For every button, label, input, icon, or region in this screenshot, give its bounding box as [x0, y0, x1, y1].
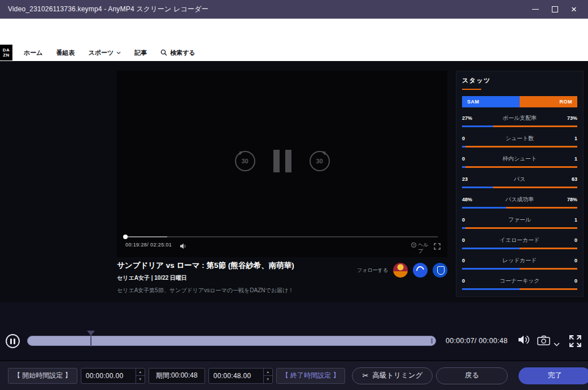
dazn-progress-played — [125, 236, 167, 237]
dazn-player-center-controls: 30 30 — [117, 150, 447, 172]
dazn-logo-line1: DA — [3, 47, 10, 53]
end-time-input[interactable] — [209, 369, 263, 383]
minimize-icon — [532, 9, 539, 10]
speaker-icon — [517, 335, 530, 345]
dazn-nav-schedule: 番組表 — [56, 49, 75, 57]
set-end-time-button[interactable]: 【 終了時間設定 】 — [276, 368, 346, 384]
stat-bar — [462, 187, 577, 188]
camera-icon — [537, 335, 550, 345]
stat-away-value: 78% — [534, 197, 577, 202]
fullscreen-button[interactable] — [568, 334, 582, 350]
stats-rows: 27%ボール支配率73%0シュート数10枠内シュート123パス6348%パス成功… — [462, 109, 577, 292]
stat-label: ボール支配率 — [503, 114, 537, 122]
start-time-input-group: ▲ ▼ — [81, 368, 145, 384]
help-label: ヘルプ — [418, 242, 429, 255]
dazn-logo-line2: ZN — [3, 53, 10, 58]
stat-home-value: 23 — [462, 176, 514, 182]
stat-label: シュート数 — [506, 135, 534, 142]
help-icon: ? — [411, 242, 416, 248]
search-icon — [160, 49, 167, 56]
stat-home-value: 0 — [462, 258, 502, 263]
maximize-icon — [552, 6, 558, 12]
stats-underline — [462, 89, 481, 90]
stat-home-value: 0 — [462, 217, 508, 223]
dazn-nav: ホーム 番組表 スポーツ 記事 検索する — [24, 44, 195, 61]
advanced-trim-button[interactable]: ✂ 高級トリミング — [352, 367, 433, 384]
stat-label: 枠内シュート — [503, 155, 537, 163]
stat-bar — [462, 248, 577, 249]
advanced-trim-label: 高級トリミング — [372, 371, 423, 380]
snapshot-button[interactable] — [537, 335, 550, 347]
stat-bar — [462, 227, 577, 229]
pause-icon — [273, 150, 291, 172]
stat-label: イエローカード — [499, 236, 539, 244]
volume-icon — [180, 241, 187, 252]
scissors-icon: ✂ — [362, 372, 368, 379]
stats-panel: スタッツ SAM ROM 27%ボール支配率73%0シュート数10枠内シュート1… — [456, 71, 583, 297]
stat-row: 0コーナーキック0 — [462, 272, 577, 292]
end-time-step-up[interactable]: ▲ — [264, 369, 272, 376]
stat-row: 0枠内シュート1 — [462, 150, 577, 170]
dazn-nav-sports-label: スポーツ — [89, 49, 114, 57]
start-time-step-down[interactable]: ▼ — [136, 376, 145, 383]
stat-away-value: 0 — [540, 278, 577, 284]
home-team-label: SAM — [467, 99, 480, 105]
stat-row: 48%パス成功率78% — [462, 190, 577, 211]
maximize-button[interactable] — [545, 0, 564, 19]
stat-label: レッドカード — [502, 257, 537, 265]
pause-button[interactable] — [6, 334, 20, 348]
time-display: 00:00:07/ 00:00:48 — [446, 337, 508, 345]
dazn-main: 30 30 00:19:28/ 02:25:01 — [117, 71, 447, 309]
close-icon: × — [571, 5, 577, 14]
close-button[interactable]: × — [564, 0, 583, 19]
dazn-time-display: 00:19:28/ 02:25:01 — [125, 242, 172, 248]
dazn-body: 30 30 00:19:28/ 02:25:01 — [0, 61, 588, 302]
stat-away-value: 0 — [537, 258, 577, 263]
dazn-nav-search-label: 検索する — [170, 49, 195, 57]
snapshot-options-button[interactable] — [554, 340, 560, 348]
stat-row: 0イエローカード0 — [462, 231, 577, 252]
stat-label: パス — [514, 175, 525, 183]
stat-bar — [462, 207, 577, 209]
chevron-down-icon — [554, 343, 560, 346]
trim-toolbar: 【 開始時間設定 】 ▲ ▼ 期間:00:00:48 ▲ ▼ 【 終了時間設定 … — [0, 360, 588, 390]
back-button[interactable]: 戻る — [436, 367, 508, 384]
start-time-step-up[interactable]: ▲ — [136, 369, 145, 376]
away-team-label: ROM — [560, 99, 573, 105]
set-start-time-button[interactable]: 【 開始時間設定 】 — [8, 368, 77, 384]
duration-label: 期間:00:00:48 — [149, 368, 205, 384]
dazn-fullscreen-icon — [434, 242, 441, 252]
start-time-stepper: ▲ ▼ — [136, 369, 145, 383]
stat-home-value: 0 — [462, 278, 499, 284]
titlebar: Video_231026113736.keymp4 - AnyMP4 スクリーン… — [0, 0, 588, 19]
skip-forward-label: 30 — [316, 158, 323, 164]
playback-controls: 00:00:07/ 00:00:48 — [0, 302, 588, 360]
seekbar[interactable] — [27, 336, 436, 346]
skip-back-30-icon: 30 — [235, 151, 255, 171]
dazn-progress-bar — [125, 236, 438, 237]
stat-home-value: 48% — [462, 197, 506, 202]
stat-away-value: 63 — [525, 176, 577, 182]
done-button[interactable]: 完了 — [519, 367, 588, 384]
video-preview[interactable]: DA ZN ホーム 番組表 スポーツ 記事 検索する — [0, 19, 588, 302]
stat-row: 0シュート数1 — [462, 129, 577, 150]
minimize-button[interactable] — [526, 0, 545, 19]
dazn-nav-search: 検索する — [160, 49, 195, 57]
stat-home-value: 0 — [462, 136, 506, 141]
dazn-logo: DA ZN — [0, 45, 12, 60]
seekbar-thumb-line — [90, 336, 92, 346]
seekbar-thumb[interactable] — [87, 331, 95, 346]
window-title: Video_231026113736.keymp4 - AnyMP4 スクリーン… — [8, 5, 208, 14]
fullscreen-icon — [568, 334, 582, 348]
end-time-step-down[interactable]: ▼ — [264, 376, 272, 383]
volume-button[interactable] — [517, 335, 530, 346]
stat-bar — [462, 268, 577, 270]
stat-bar — [462, 288, 577, 290]
stat-label: パス成功率 — [506, 196, 534, 203]
stat-away-value: 73% — [537, 115, 577, 121]
team-badge-roma-icon — [393, 263, 408, 278]
dazn-progress-handle — [123, 235, 128, 239]
start-time-input[interactable] — [81, 369, 136, 383]
app-window: Video_231026113736.keymp4 - AnyMP4 スクリーン… — [0, 0, 588, 390]
stat-row: 27%ボール支配率73% — [462, 109, 577, 129]
